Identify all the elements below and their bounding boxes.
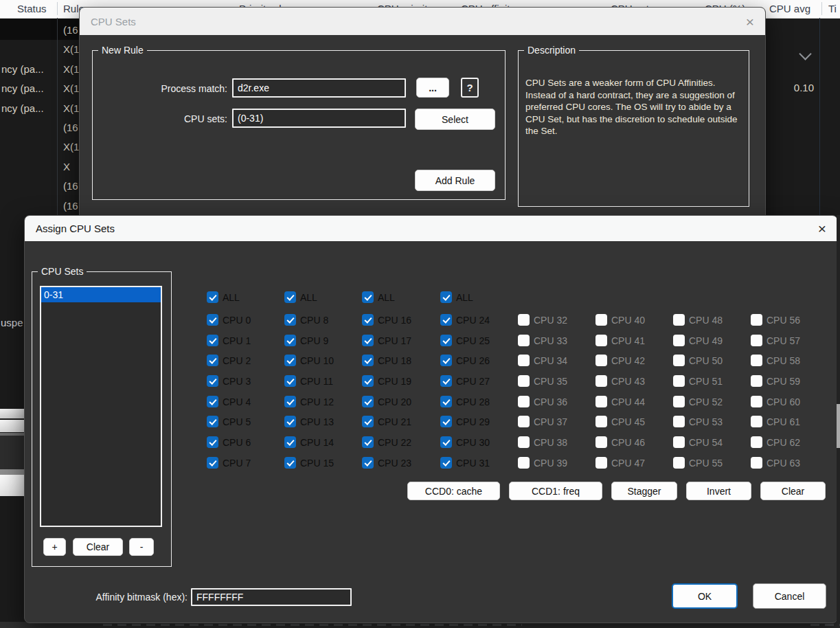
cpu-checkbox-44[interactable] <box>595 396 607 407</box>
cpu-checkbox-36[interactable] <box>518 396 530 407</box>
all-checkbox-col2[interactable] <box>362 291 374 303</box>
cpu-checkbox-21[interactable] <box>362 416 374 427</box>
cpu-checkbox-53[interactable] <box>673 416 685 427</box>
description-group: Description CPU Sets are a weaker form o… <box>518 50 749 207</box>
cpu-checkbox-20[interactable] <box>362 396 374 407</box>
clear-grid-button[interactable]: Clear <box>760 482 826 500</box>
cancel-button[interactable]: Cancel <box>753 583 826 609</box>
cpu-checkbox-56[interactable] <box>751 314 762 326</box>
cpu-checkbox-12[interactable] <box>284 396 296 407</box>
cpu-checkbox-30[interactable] <box>440 436 452 448</box>
cpu-checkbox-25[interactable] <box>440 335 452 346</box>
table-header-cell[interactable]: CPU avg <box>769 3 810 14</box>
cpu-checkbox-17[interactable] <box>362 335 374 346</box>
stagger-button[interactable]: Stagger <box>611 482 677 500</box>
cpu-checkbox-11[interactable] <box>284 375 296 387</box>
cpu-checkbox-51[interactable] <box>673 375 685 387</box>
browse-button[interactable]: ... <box>416 78 449 98</box>
cpu-checkbox-32[interactable] <box>518 314 530 326</box>
table-header-cell[interactable]: Ti <box>828 3 837 14</box>
cpu-checkbox-41[interactable] <box>595 335 607 346</box>
cpu-checkbox-63[interactable] <box>751 457 762 469</box>
ccd0-cache-button[interactable]: CCD0: cache <box>407 482 500 500</box>
cpu-checkbox-39[interactable] <box>518 457 530 469</box>
cpu-checkbox-54[interactable] <box>673 436 685 448</box>
all-checkbox-col1[interactable] <box>284 291 296 303</box>
cpu-checkbox-42[interactable] <box>595 355 607 366</box>
cpu-checkbox-61[interactable] <box>751 416 762 427</box>
cpu-checkbox-37[interactable] <box>518 416 530 427</box>
cpu-checkbox-55[interactable] <box>673 457 685 469</box>
help-icon[interactable]: ? <box>461 78 479 98</box>
cpu-checkbox-49[interactable] <box>673 335 685 346</box>
cpu-checkbox-22[interactable] <box>362 436 374 448</box>
cpu-checkbox-46[interactable] <box>595 436 607 448</box>
cpu-checkbox-8[interactable] <box>284 314 296 326</box>
cpu-sets-input[interactable] <box>232 109 406 128</box>
select-button[interactable]: Select <box>415 109 495 130</box>
cpu-checkbox-19[interactable] <box>362 375 374 387</box>
table-header-cell[interactable]: Status <box>17 3 47 14</box>
cpu-checkbox-13[interactable] <box>284 416 296 427</box>
cpu-checkbox-16[interactable] <box>362 314 374 326</box>
cpu-checkbox-29[interactable] <box>440 416 452 427</box>
cpu-checkbox-15[interactable] <box>284 457 296 469</box>
cpu-checkbox-45[interactable] <box>595 416 607 427</box>
cpu-checkbox-26[interactable] <box>440 355 452 366</box>
cpu-checkbox-33[interactable] <box>518 335 530 346</box>
cpu-checkbox-48[interactable] <box>673 314 685 326</box>
ok-button[interactable]: OK <box>672 583 738 609</box>
process-match-input[interactable] <box>232 78 406 98</box>
all-checkbox-col0[interactable] <box>207 291 218 303</box>
cpu-checkbox-60[interactable] <box>751 396 762 407</box>
cpu-checkbox-35[interactable] <box>518 375 530 387</box>
cpu-checkbox-10[interactable] <box>284 355 296 366</box>
cpu-checkbox-27[interactable] <box>440 375 452 387</box>
clear-sets-button[interactable]: Clear <box>73 538 123 556</box>
cpu-checkbox-43[interactable] <box>595 375 607 387</box>
cpu-checkbox-14[interactable] <box>284 436 296 448</box>
cpu-checkbox-24[interactable] <box>440 314 452 326</box>
cpu-checkbox-5[interactable] <box>207 416 218 427</box>
invert-button[interactable]: Invert <box>686 482 751 500</box>
cpu-checkbox-38[interactable] <box>518 436 530 448</box>
table-row: ncy (pa...X(1 <box>0 99 79 118</box>
cpu-checkbox-1[interactable] <box>207 335 218 346</box>
cpu-set-list-item[interactable]: 0-31 <box>41 287 161 302</box>
cpu-checkbox-7[interactable] <box>207 457 218 469</box>
cpu-checkbox-34[interactable] <box>518 355 530 366</box>
affinity-bitmask-input[interactable] <box>191 588 352 606</box>
cpu-checkbox-label-40: CPU 40 <box>611 315 645 326</box>
add-rule-button[interactable]: Add Rule <box>415 170 495 191</box>
cpu-checkbox-3[interactable] <box>207 375 218 387</box>
cpu-checkbox-23[interactable] <box>362 457 374 469</box>
cpu-checkbox-label-58: CPU 58 <box>767 355 800 366</box>
close-icon[interactable]: × <box>818 221 826 236</box>
cpu-checkbox-31[interactable] <box>440 457 452 469</box>
cpu-checkbox-57[interactable] <box>751 335 762 346</box>
cpu-checkbox-47[interactable] <box>595 457 607 469</box>
cpu-checkbox-18[interactable] <box>362 355 374 366</box>
cpu-checkbox-9[interactable] <box>284 335 296 346</box>
cpu-sets-listbox[interactable]: 0-31 <box>40 286 162 527</box>
cpu-checkbox-label-30: CPU 30 <box>456 437 490 448</box>
cpu-checkbox-label-7: CPU 7 <box>223 458 251 469</box>
occluded-button-fragment <box>0 409 24 418</box>
cpu-checkbox-50[interactable] <box>673 355 685 366</box>
cpu-checkbox-28[interactable] <box>440 396 452 407</box>
cpu-checkbox-4[interactable] <box>207 396 218 407</box>
cpu-checkbox-6[interactable] <box>207 436 218 448</box>
add-set-button[interactable]: + <box>43 538 66 556</box>
cpu-checkbox-0[interactable] <box>207 314 218 326</box>
cpu-checkbox-52[interactable] <box>673 396 685 407</box>
all-checkbox-col3[interactable] <box>440 291 452 303</box>
close-icon[interactable]: × <box>746 14 754 29</box>
cpu-checkbox-58[interactable] <box>751 355 762 366</box>
cpu-checkbox-62[interactable] <box>751 436 762 448</box>
ccd1-freq-button[interactable]: CCD1: freq <box>509 482 602 500</box>
cpu-checkbox-2[interactable] <box>207 355 218 366</box>
cpu-checkbox-59[interactable] <box>751 375 762 387</box>
cpu-checkbox-40[interactable] <box>595 314 607 326</box>
remove-set-button[interactable]: - <box>129 538 154 556</box>
cpu-checkbox-label-6: CPU 6 <box>223 437 251 448</box>
